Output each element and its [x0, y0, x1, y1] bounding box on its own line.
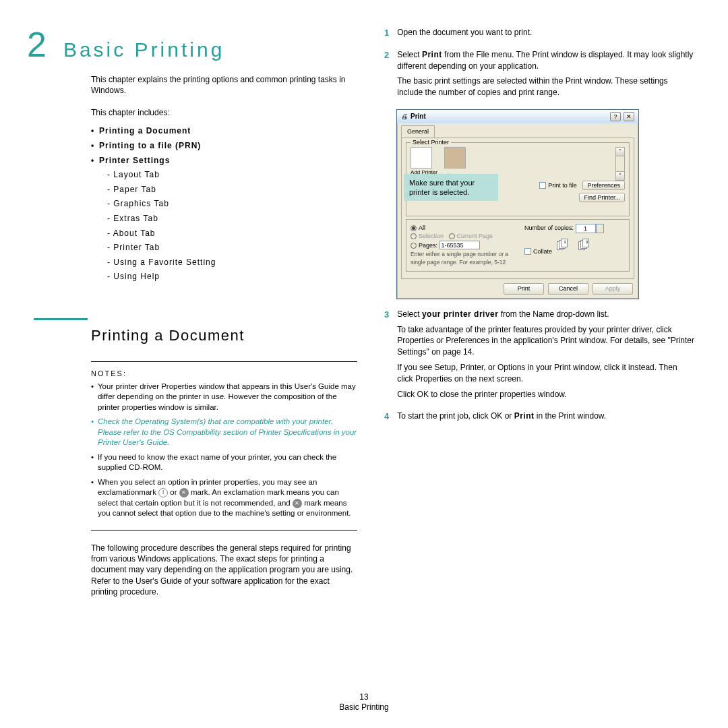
step-number: 4 — [384, 411, 389, 426]
callout-text: Make sure that your printer is selected. — [409, 179, 475, 196]
toc-sub[interactable]: - Extras Tab — [91, 212, 357, 226]
collate-label: Collate — [533, 248, 552, 255]
select-printer-group: Select Printer Add Printer ˄ — [406, 142, 630, 216]
toc-sub[interactable]: - Using Help — [91, 270, 357, 284]
step: 3 Select your printer driver from the Na… — [384, 309, 694, 404]
cancel-button[interactable]: Cancel — [548, 283, 588, 295]
dialog-titlebar: 🖨 Print ? ✕ — [397, 110, 638, 123]
dialog-footer: Print Cancel Apply — [397, 283, 638, 299]
chapter-title: Basic Printing — [63, 38, 224, 61]
toc-sub[interactable]: - Using a Favorite Setting — [91, 255, 357, 270]
preferences-button[interactable]: Preferences — [582, 181, 625, 190]
toc-sub[interactable]: - Printer Tab — [91, 241, 357, 255]
radio-current-page-label: Current Page — [457, 233, 493, 239]
stop-icon — [179, 488, 189, 497]
radio-current-page[interactable] — [449, 233, 455, 239]
tab-general[interactable]: General — [401, 125, 435, 138]
section-title: Printing a Document — [91, 327, 357, 344]
dialog-tabs: General — [397, 123, 638, 138]
print-to-file-checkbox[interactable] — [539, 182, 546, 189]
step-text: Select Print from the File menu. The Pri… — [397, 49, 694, 72]
toc-item[interactable]: Printing a Document — [91, 124, 357, 139]
notes-box: NOTES: Your printer driver Properties wi… — [91, 361, 357, 530]
pages-input[interactable]: 1-65535 — [439, 241, 480, 249]
toc-sub[interactable]: - About Tab — [91, 226, 357, 241]
radio-pages[interactable] — [411, 243, 417, 249]
close-icon[interactable]: ✕ — [624, 112, 634, 121]
chapter-intro: This chapter explains the printing optio… — [91, 74, 357, 96]
dialog-title: Print — [411, 112, 607, 121]
toc-sub[interactable]: - Layout Tab — [91, 168, 357, 183]
page-number: 13 — [0, 692, 728, 703]
toc-item[interactable]: Printing to a file (PRN) — [91, 139, 357, 154]
includes-label: This chapter includes: — [91, 108, 357, 117]
step-number: 3 — [384, 309, 389, 404]
printer-glyph-icon: 🖨 — [401, 112, 408, 121]
step-list: 1 Open the document you want to print. 2… — [384, 27, 694, 426]
note-item: If you need to know the exact name of yo… — [91, 452, 357, 473]
toc-list: Printing a Document Printing to a file (… — [91, 124, 357, 284]
group-legend: Select Printer — [411, 138, 451, 147]
note-item: Your printer driver Properties window th… — [91, 382, 357, 413]
step: 4 To start the print job, click OK or Pr… — [384, 411, 694, 426]
radio-selection-label: Selection — [419, 233, 444, 239]
dialog-panel: Select Printer Add Printer ˄ — [401, 138, 634, 280]
step-text: If you see Setup, Printer, or Options in… — [397, 362, 694, 385]
step-number: 1 — [384, 27, 389, 42]
print-dialog: 🖨 Print ? ✕ General Select Printer Add — [396, 109, 639, 299]
copies-spinner[interactable] — [596, 224, 604, 233]
scroll-up-icon[interactable]: ˄ — [615, 147, 625, 156]
help-icon[interactable]: ? — [610, 112, 621, 121]
toc-sub[interactable]: - Paper Tab — [91, 183, 357, 198]
collate-icon: 123 — [557, 240, 574, 253]
pages-hint: Enter either a single page number or a s… — [411, 251, 511, 267]
apply-button[interactable]: Apply — [593, 283, 633, 295]
notes-label: NOTES: — [91, 369, 357, 379]
page-range-group: All Selection Current Page Pages: 1-6553… — [406, 219, 630, 272]
step-text: The basic print settings are selected wi… — [397, 75, 694, 98]
step-text: Select your printer driver from the Name… — [397, 309, 694, 320]
toc-sub[interactable]: - Graphics Tab — [91, 197, 357, 212]
step-text: Open the document you want to print. — [397, 27, 694, 38]
collate-checkbox[interactable] — [524, 248, 531, 255]
callout-bubble: Make sure that your printer is selected. — [404, 174, 498, 202]
radio-all[interactable] — [411, 225, 417, 231]
print-to-file-label: Print to file — [548, 182, 577, 189]
step-text: Click OK to close the printer properties… — [397, 389, 694, 400]
step-text: To take advantage of the printer feature… — [397, 324, 694, 358]
procedure-intro: The following procedure describes the ge… — [91, 543, 357, 597]
step-number: 2 — [384, 49, 389, 102]
scroll-down-icon[interactable]: ˅ — [615, 171, 625, 181]
warning-icon — [158, 488, 168, 497]
radio-all-label: All — [419, 224, 425, 231]
chapter-header: 2 Basic Printing — [27, 27, 357, 62]
page-footer: 13 Basic Printing — [0, 692, 728, 713]
stop-icon — [293, 499, 302, 508]
note-item: Check the Operating System(s) that are c… — [91, 417, 357, 448]
section-rule — [34, 318, 88, 320]
step-text: To start the print job, click OK or Prin… — [397, 411, 694, 422]
note-item: When you select an option in printer pro… — [91, 477, 357, 519]
copies-label: Number of copies: — [524, 224, 574, 231]
step: 1 Open the document you want to print. — [384, 27, 694, 42]
radio-pages-label: Pages: — [419, 242, 437, 249]
toc-item[interactable]: Printer Settings — [91, 154, 357, 169]
find-printer-button[interactable]: Find Printer... — [579, 193, 625, 202]
printer-item-icon[interactable] — [444, 147, 466, 169]
copies-input[interactable]: 1 — [576, 224, 596, 233]
radio-selection[interactable] — [411, 233, 417, 239]
step: 2 Select Print from the File menu. The P… — [384, 49, 694, 102]
add-printer-icon[interactable] — [411, 147, 432, 169]
print-button[interactable]: Print — [504, 283, 544, 295]
collate-icon: 123 — [578, 240, 596, 253]
chapter-number: 2 — [27, 27, 47, 62]
footer-title: Basic Printing — [0, 702, 728, 713]
note-text: or — [170, 488, 179, 496]
